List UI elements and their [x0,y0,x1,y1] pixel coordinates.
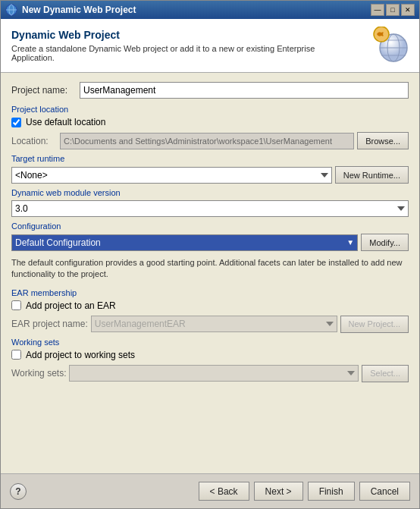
dynamic-web-module-section: Dynamic web module version 3.0 [11,188,409,217]
project-location-section: Project location Use default location Lo… [11,105,409,149]
project-location-label: Project location [11,105,409,114]
ear-project-name-row: EAR project name: UserManagementEAR New … [11,316,409,333]
add-to-working-sets-row: Add project to working sets [11,350,409,360]
finish-button[interactable]: Finish [308,482,355,501]
add-to-ear-label: Add project to an EAR [26,300,116,311]
configuration-dropdown[interactable]: Default Configuration ▼ [11,234,358,251]
target-runtime-section: Target runtime <None> New Runtime... [11,154,409,184]
use-default-location-row: Use default location [11,117,409,127]
title-bar: New Dynamic Web Project — □ ✕ [1,1,419,19]
target-runtime-label: Target runtime [11,154,409,163]
dynamic-web-module-dropdown[interactable]: 3.0 [11,200,409,217]
add-to-ear-row: Add project to an EAR [11,300,409,311]
page-title: Dynamic Web Project [11,29,330,41]
working-sets-dropdown [69,365,359,382]
location-row: Location: Browse... [11,132,409,149]
location-label: Location: [11,136,57,146]
footer: ? < Back Next > Finish Cancel [1,473,419,508]
select-working-sets-button[interactable]: Select... [362,365,409,382]
dynamic-web-module-label: Dynamic web module version [11,188,409,197]
main-content: Project name: Project location Use defau… [1,73,419,473]
project-name-row: Project name: [11,82,409,99]
ear-project-name-label: EAR project name: [11,319,88,329]
location-input [60,133,354,149]
new-project-button[interactable]: New Project... [340,316,409,333]
ear-project-name-dropdown: UserManagementEAR [91,316,337,332]
add-to-ear-checkbox[interactable] [11,300,21,310]
back-button[interactable]: < Back [199,482,249,501]
maximize-button[interactable]: □ [386,4,400,16]
title-controls: — □ ✕ [371,4,415,16]
header-text: Dynamic Web Project Create a standalone … [11,29,330,62]
configuration-description: The default configuration provides a goo… [11,256,409,282]
configuration-selected-value: Default Configuration [15,237,101,248]
globe-icon [371,27,409,64]
new-runtime-button[interactable]: New Runtime... [335,166,409,184]
add-to-working-sets-label: Add project to working sets [26,350,135,360]
window: New Dynamic Web Project — □ ✕ Dynamic We… [0,0,420,509]
modify-button[interactable]: Modify... [361,234,409,251]
cancel-button[interactable]: Cancel [359,482,410,501]
help-button[interactable]: ? [10,483,27,500]
window-icon [5,4,17,16]
close-button[interactable]: ✕ [401,4,415,16]
working-sets-label: Working sets [11,338,409,347]
ear-membership-label: EAR membership [11,288,409,297]
footer-buttons: < Back Next > Finish Cancel [199,482,410,501]
project-name-input[interactable] [80,82,409,99]
working-sets-section: Working sets Add project to working sets… [11,338,409,382]
next-button[interactable]: Next > [254,482,303,501]
use-default-location-label: Use default location [26,117,105,127]
target-runtime-row: <None> New Runtime... [11,166,409,184]
project-name-label: Project name: [11,85,80,96]
browse-button[interactable]: Browse... [357,132,409,149]
configuration-section: Configuration Default Configuration ▼ Mo… [11,222,409,282]
header-section: Dynamic Web Project Create a standalone … [1,19,419,73]
dynamic-web-module-row: 3.0 [11,200,409,217]
title-bar-left: New Dynamic Web Project [5,4,136,16]
page-description: Create a standalone Dynamic Web project … [11,44,330,62]
window-title: New Dynamic Web Project [22,5,136,15]
use-default-location-checkbox[interactable] [11,118,21,127]
add-to-working-sets-checkbox[interactable] [11,350,21,360]
configuration-section-label: Configuration [11,222,409,231]
configuration-row: Default Configuration ▼ Modify... [11,234,409,251]
minimize-button[interactable]: — [371,4,384,16]
working-sets-field-label: Working sets: [11,368,66,379]
working-sets-row: Working sets: Select... [11,365,409,382]
ear-membership-section: EAR membership Add project to an EAR EAR… [11,288,409,333]
target-runtime-dropdown[interactable]: <None> [11,167,332,184]
dropdown-arrow-icon: ▼ [346,238,354,247]
